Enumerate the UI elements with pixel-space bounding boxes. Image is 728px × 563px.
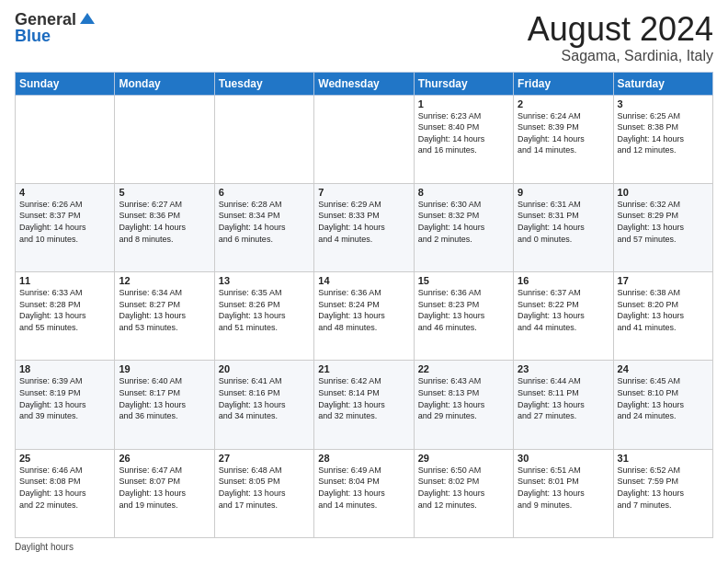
calendar-cell: 26Sunrise: 6:47 AM Sunset: 8:07 PM Dayli… [115, 449, 214, 537]
location: Sagama, Sardinia, Italy [528, 48, 713, 64]
calendar-cell: 14Sunrise: 6:36 AM Sunset: 8:24 PM Dayli… [314, 272, 414, 361]
day-info: Sunrise: 6:34 AM Sunset: 8:27 PM Dayligh… [119, 287, 210, 333]
calendar-cell: 15Sunrise: 6:36 AM Sunset: 8:23 PM Dayli… [414, 272, 513, 361]
day-number: 16 [518, 275, 609, 286]
day-number: 1 [418, 98, 509, 109]
calendar-cell: 9Sunrise: 6:31 AM Sunset: 8:31 PM Daylig… [514, 183, 613, 271]
day-number: 30 [518, 453, 609, 464]
calendar-cell: 28Sunrise: 6:49 AM Sunset: 8:04 PM Dayli… [314, 449, 414, 537]
day-info: Sunrise: 6:36 AM Sunset: 8:23 PM Dayligh… [418, 287, 509, 333]
day-info: Sunrise: 6:30 AM Sunset: 8:32 PM Dayligh… [418, 199, 509, 245]
calendar-cell [314, 95, 414, 183]
calendar-cell [214, 95, 313, 183]
calendar-cell [16, 95, 115, 183]
calendar-cell: 22Sunrise: 6:43 AM Sunset: 8:13 PM Dayli… [414, 361, 513, 449]
day-number: 3 [618, 98, 709, 109]
calendar-table: SundayMondayTuesdayWednesdayThursdayFrid… [15, 72, 713, 538]
day-number: 14 [318, 275, 409, 286]
day-info: Sunrise: 6:32 AM Sunset: 8:29 PM Dayligh… [618, 199, 709, 245]
day-number: 11 [19, 275, 110, 286]
day-info: Sunrise: 6:50 AM Sunset: 8:02 PM Dayligh… [418, 465, 509, 511]
day-number: 9 [518, 187, 609, 198]
day-number: 7 [318, 187, 409, 198]
day-info: Sunrise: 6:42 AM Sunset: 8:14 PM Dayligh… [318, 375, 409, 421]
weekday-header-thursday: Thursday [414, 72, 513, 95]
calendar-cell: 13Sunrise: 6:35 AM Sunset: 8:26 PM Dayli… [214, 272, 313, 361]
calendar-cell: 18Sunrise: 6:39 AM Sunset: 8:19 PM Dayli… [16, 361, 115, 449]
day-info: Sunrise: 6:28 AM Sunset: 8:34 PM Dayligh… [219, 199, 310, 245]
day-info: Sunrise: 6:27 AM Sunset: 8:36 PM Dayligh… [119, 199, 210, 245]
day-number: 22 [418, 363, 509, 374]
day-number: 15 [418, 275, 509, 286]
day-info: Sunrise: 6:49 AM Sunset: 8:04 PM Dayligh… [318, 465, 409, 511]
calendar-cell: 16Sunrise: 6:37 AM Sunset: 8:22 PM Dayli… [514, 272, 613, 361]
calendar-cell: 10Sunrise: 6:32 AM Sunset: 8:29 PM Dayli… [613, 183, 712, 271]
day-info: Sunrise: 6:38 AM Sunset: 8:20 PM Dayligh… [618, 287, 709, 333]
logo-text-blue: Blue [15, 28, 51, 46]
day-info: Sunrise: 6:47 AM Sunset: 8:07 PM Dayligh… [119, 465, 210, 511]
calendar-cell: 29Sunrise: 6:50 AM Sunset: 8:02 PM Dayli… [414, 449, 513, 537]
day-number: 6 [219, 187, 310, 198]
calendar-cell: 31Sunrise: 6:52 AM Sunset: 7:59 PM Dayli… [613, 449, 712, 537]
day-number: 26 [119, 453, 210, 464]
page: General Blue August 2024 Sagama, Sardini… [0, 0, 728, 563]
day-number: 10 [618, 187, 709, 198]
day-info: Sunrise: 6:43 AM Sunset: 8:13 PM Dayligh… [418, 375, 509, 421]
day-number: 17 [618, 275, 709, 286]
day-number: 25 [19, 453, 110, 464]
day-info: Sunrise: 6:35 AM Sunset: 8:26 PM Dayligh… [219, 287, 310, 333]
day-info: Sunrise: 6:44 AM Sunset: 8:11 PM Dayligh… [518, 375, 609, 421]
day-number: 2 [518, 98, 609, 109]
day-number: 5 [119, 187, 210, 198]
calendar-cell: 21Sunrise: 6:42 AM Sunset: 8:14 PM Dayli… [314, 361, 414, 449]
calendar-cell: 3Sunrise: 6:25 AM Sunset: 8:38 PM Daylig… [613, 95, 712, 183]
day-info: Sunrise: 6:24 AM Sunset: 8:39 PM Dayligh… [518, 110, 609, 156]
day-info: Sunrise: 6:37 AM Sunset: 8:22 PM Dayligh… [518, 287, 609, 333]
day-info: Sunrise: 6:40 AM Sunset: 8:17 PM Dayligh… [119, 375, 210, 421]
calendar-cell: 17Sunrise: 6:38 AM Sunset: 8:20 PM Dayli… [613, 272, 712, 361]
calendar-cell: 30Sunrise: 6:51 AM Sunset: 8:01 PM Dayli… [514, 449, 613, 537]
month-title: August 2024 [528, 11, 713, 48]
day-number: 27 [219, 453, 310, 464]
day-info: Sunrise: 6:36 AM Sunset: 8:24 PM Dayligh… [318, 287, 409, 333]
day-number: 12 [119, 275, 210, 286]
day-info: Sunrise: 6:26 AM Sunset: 8:37 PM Dayligh… [19, 199, 110, 245]
weekday-header-wednesday: Wednesday [314, 72, 414, 95]
day-number: 18 [19, 363, 110, 374]
weekday-header-monday: Monday [115, 72, 214, 95]
weekday-header-friday: Friday [514, 72, 613, 95]
calendar-cell: 5Sunrise: 6:27 AM Sunset: 8:36 PM Daylig… [115, 183, 214, 271]
calendar-cell [115, 95, 214, 183]
day-number: 13 [219, 275, 310, 286]
calendar-cell: 19Sunrise: 6:40 AM Sunset: 8:17 PM Dayli… [115, 361, 214, 449]
daylight-label: Daylight hours [15, 542, 74, 552]
day-number: 28 [318, 453, 409, 464]
day-info: Sunrise: 6:45 AM Sunset: 8:10 PM Dayligh… [618, 375, 709, 421]
day-number: 8 [418, 187, 509, 198]
day-number: 31 [618, 453, 709, 464]
calendar-cell: 25Sunrise: 6:46 AM Sunset: 8:08 PM Dayli… [16, 449, 115, 537]
weekday-header-tuesday: Tuesday [214, 72, 313, 95]
title-block: August 2024 Sagama, Sardinia, Italy [528, 11, 713, 64]
day-number: 24 [618, 363, 709, 374]
day-number: 4 [19, 187, 110, 198]
day-info: Sunrise: 6:33 AM Sunset: 8:28 PM Dayligh… [19, 287, 110, 333]
day-info: Sunrise: 6:48 AM Sunset: 8:05 PM Dayligh… [219, 465, 310, 511]
day-info: Sunrise: 6:51 AM Sunset: 8:01 PM Dayligh… [518, 465, 609, 511]
calendar-cell: 11Sunrise: 6:33 AM Sunset: 8:28 PM Dayli… [16, 272, 115, 361]
calendar-cell: 7Sunrise: 6:29 AM Sunset: 8:33 PM Daylig… [314, 183, 414, 271]
day-number: 29 [418, 453, 509, 464]
day-number: 19 [119, 363, 210, 374]
day-info: Sunrise: 6:29 AM Sunset: 8:33 PM Dayligh… [318, 199, 409, 245]
svg-marker-0 [80, 13, 95, 24]
calendar-cell: 1Sunrise: 6:23 AM Sunset: 8:40 PM Daylig… [414, 95, 513, 183]
day-number: 21 [318, 363, 409, 374]
calendar-cell: 8Sunrise: 6:30 AM Sunset: 8:32 PM Daylig… [414, 183, 513, 271]
day-info: Sunrise: 6:52 AM Sunset: 7:59 PM Dayligh… [618, 465, 709, 511]
header: General Blue August 2024 Sagama, Sardini… [15, 11, 713, 64]
day-info: Sunrise: 6:25 AM Sunset: 8:38 PM Dayligh… [618, 110, 709, 156]
calendar-cell: 4Sunrise: 6:26 AM Sunset: 8:37 PM Daylig… [16, 183, 115, 271]
day-info: Sunrise: 6:39 AM Sunset: 8:19 PM Dayligh… [19, 375, 110, 421]
day-number: 20 [219, 363, 310, 374]
calendar-cell: 2Sunrise: 6:24 AM Sunset: 8:39 PM Daylig… [514, 95, 613, 183]
